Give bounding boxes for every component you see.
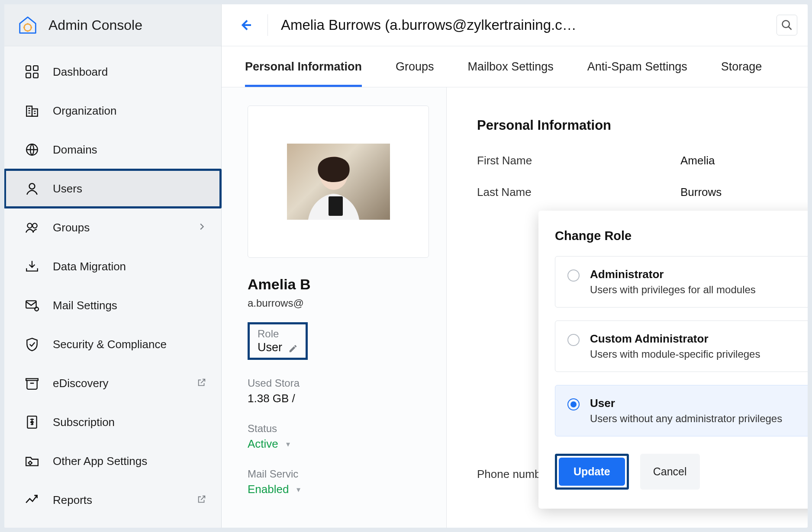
role-value: User: [258, 341, 298, 354]
sidebar-item-label: eDiscovery: [53, 377, 109, 390]
page-title: Amelia Burrows (a.burrows@zylkertraining…: [281, 17, 577, 33]
topbar: Amelia Burrows (a.burrows@zylkertraining…: [222, 4, 808, 46]
first-name-value: Amelia: [680, 154, 715, 167]
status-value[interactable]: Active ▾: [248, 437, 429, 451]
profile-column: Amelia B a.burrows@ Role User Used Stora…: [222, 87, 447, 528]
sidebar-item-mail-settings[interactable]: Mail Settings: [4, 286, 221, 325]
cancel-button[interactable]: Cancel: [640, 454, 700, 490]
archive-icon: [23, 375, 41, 392]
tab-storage[interactable]: Storage: [721, 60, 762, 87]
sidebar-item-groups[interactable]: Groups: [4, 208, 221, 247]
svg-rect-2: [33, 66, 38, 71]
tab-anti-spam-settings[interactable]: Anti-Spam Settings: [587, 60, 687, 87]
sidebar-item-other-apps[interactable]: Other App Settings: [4, 442, 221, 481]
sidebar-item-subscription[interactable]: Subscription: [4, 403, 221, 442]
shield-check-icon: [23, 336, 41, 353]
mail-service-value[interactable]: Enabled ▾: [248, 483, 429, 496]
used-storage-value: 1.38 GB /: [248, 392, 429, 405]
sidebar-item-label: Other App Settings: [53, 455, 147, 468]
folder-gear-icon: [23, 452, 41, 470]
chevron-down-icon: ▾: [286, 439, 290, 449]
option-title: Custom Administrator: [590, 332, 760, 346]
mail-service-block: Mail Servic Enabled ▾: [248, 468, 429, 496]
chevron-down-icon: ▾: [296, 485, 300, 494]
sidebar-item-users[interactable]: Users: [4, 169, 221, 208]
radio-icon: [567, 398, 580, 410]
mail-service-value-text: Enabled: [248, 483, 289, 496]
used-storage-label: Used Stora: [248, 377, 429, 389]
role-option-administrator[interactable]: Administrator Users with privileges for …: [555, 256, 808, 308]
svg-rect-17: [329, 196, 343, 216]
role-label: Role: [258, 328, 298, 340]
svg-point-14: [29, 461, 32, 464]
radio-icon: [567, 334, 580, 346]
download-tray-icon: [23, 258, 41, 275]
first-name-label: First Name: [477, 154, 680, 167]
groups-icon: [23, 219, 41, 236]
sidebar-item-label: Domains: [53, 143, 97, 157]
app-logo-icon: [18, 16, 37, 35]
sidebar-item-label: Reports: [53, 494, 92, 507]
open-external-icon: [197, 377, 206, 390]
option-desc: Users with privileges for all modules: [590, 284, 756, 296]
sidebar: Admin Console Dashboard: [4, 4, 222, 528]
profile-email: a.burrows@: [248, 297, 429, 309]
update-button[interactable]: Update: [559, 458, 625, 486]
used-storage-block: Used Stora 1.38 GB /: [248, 377, 429, 405]
avatar-card: [248, 106, 429, 258]
sidebar-item-label: Users: [53, 182, 82, 195]
search-button[interactable]: [777, 15, 797, 35]
sidebar-item-reports[interactable]: Reports: [4, 481, 221, 519]
svg-rect-3: [26, 73, 31, 78]
option-title: Administrator: [590, 268, 756, 281]
modal-actions: Update Cancel: [555, 454, 808, 490]
globe-icon: [23, 141, 41, 158]
status-label: Status: [248, 423, 429, 435]
sidebar-item-label: Data Migration: [53, 260, 126, 273]
user-icon: [23, 180, 41, 197]
sidebar-item-label: Subscription: [53, 416, 115, 429]
divider: [267, 14, 268, 36]
sidebar-item-domains[interactable]: Domains: [4, 130, 221, 169]
sidebar-item-dashboard[interactable]: Dashboard: [4, 52, 221, 91]
last-name-value: Burrows: [680, 186, 722, 199]
sidebar-nav: Dashboard Organization Domains: [4, 46, 221, 519]
tab-personal-information[interactable]: Personal Information: [245, 60, 362, 87]
mail-service-label: Mail Servic: [248, 468, 429, 480]
edit-role-icon[interactable]: [288, 343, 298, 353]
info-row-last-name: Last Name Burrows: [477, 186, 790, 199]
sidebar-item-data-migration[interactable]: Data Migration: [4, 247, 221, 286]
role-option-custom-administrator[interactable]: Custom Administrator Users with module-s…: [555, 320, 808, 372]
sidebar-item-security[interactable]: Security & Compliance: [4, 325, 221, 364]
profile-name: Amelia B: [248, 276, 429, 293]
option-desc: Users without any administrator privileg…: [590, 413, 782, 425]
change-role-modal: Change Role Administrator Users with pri…: [538, 211, 808, 509]
last-name-label: Last Name: [477, 186, 680, 199]
status-block: Status Active ▾: [248, 423, 429, 451]
tab-groups[interactable]: Groups: [396, 60, 434, 87]
brand-row: Admin Console: [4, 4, 221, 46]
role-option-user[interactable]: User Users without any administrator pri…: [555, 385, 808, 436]
option-desc: Users with module-specific privileges: [590, 348, 760, 360]
sidebar-item-label: Dashboard: [53, 65, 108, 79]
back-button[interactable]: [237, 16, 255, 34]
svg-point-8: [29, 183, 35, 189]
role-block[interactable]: Role User: [248, 322, 308, 360]
tab-mailbox-settings[interactable]: Mailbox Settings: [468, 60, 554, 87]
main-area: Amelia Burrows (a.burrows@zylkertraining…: [222, 4, 808, 528]
sidebar-item-label: Organization: [53, 104, 116, 118]
invoice-icon: [23, 413, 41, 431]
svg-rect-6: [32, 109, 38, 116]
section-title: Personal Information: [477, 118, 790, 133]
update-button-highlight: Update: [555, 454, 629, 490]
sidebar-item-ediscovery[interactable]: eDiscovery: [4, 364, 221, 403]
svg-rect-1: [26, 66, 31, 71]
role-value-text: User: [258, 341, 282, 354]
option-title: User: [590, 397, 782, 410]
organization-icon: [23, 102, 41, 119]
svg-point-0: [24, 24, 32, 31]
sidebar-item-organization[interactable]: Organization: [4, 91, 221, 130]
svg-rect-4: [33, 73, 38, 78]
modal-title: Change Role: [555, 229, 808, 243]
svg-point-12: [35, 307, 39, 311]
